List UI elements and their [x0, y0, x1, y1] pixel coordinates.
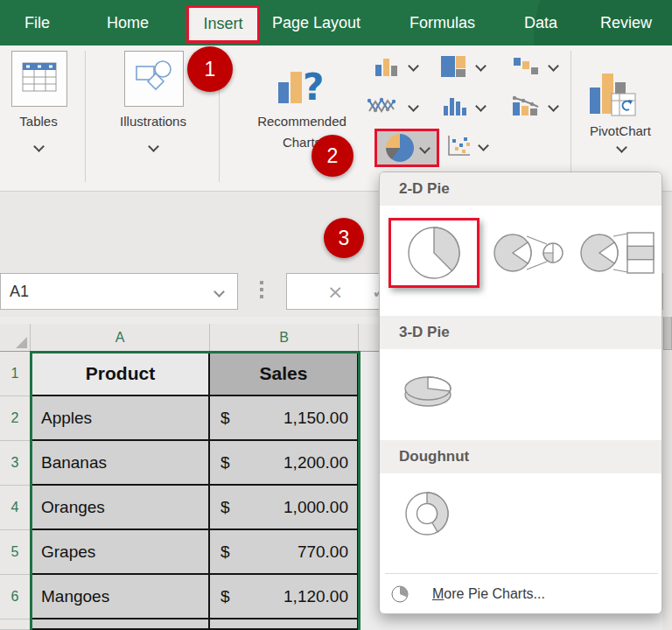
cell-a7[interactable]: [31, 620, 210, 630]
tab-file[interactable]: File: [24, 0, 50, 46]
recommended-charts-icon: ?: [276, 96, 327, 111]
menu-item-doughnut[interactable]: [399, 486, 455, 542]
table-row: 1 Product Sales: [0, 352, 379, 396]
table-row: 2 Apples $1,150.00: [0, 396, 379, 441]
chevron-down-icon[interactable]: [408, 101, 419, 112]
section-header-2d-pie: 2-D Pie: [380, 172, 662, 206]
row-header-5[interactable]: 5: [0, 530, 31, 575]
amount: 770.00: [298, 542, 348, 562]
row-header-7[interactable]: [0, 620, 31, 630]
menu-item-pie-of-pie[interactable]: [488, 218, 576, 288]
chevron-down-icon: [214, 286, 225, 298]
chevron-down-icon: [419, 143, 430, 154]
column-header-row: A B: [0, 324, 379, 352]
cell-a6[interactable]: Mangoes: [31, 575, 210, 620]
cell-b7[interactable]: [210, 620, 359, 630]
insert-statistic-chart-button[interactable]: [442, 95, 468, 120]
cancel-icon[interactable]: ×: [327, 281, 343, 303]
menu-item-bar-of-pie[interactable]: [578, 218, 660, 288]
tables-label: Tables: [5, 114, 72, 129]
recommended-charts-button[interactable]: ?: [276, 60, 327, 112]
pie-chart-dropdown-menu: 2-D Pie: [379, 172, 662, 614]
2d-pie-icon: [405, 224, 463, 282]
row-header-2[interactable]: 2: [0, 396, 31, 441]
cell-b5[interactable]: $770.00: [210, 530, 359, 575]
insert-line-chart-button[interactable]: [367, 94, 396, 121]
doughnut-icon: [403, 490, 451, 537]
tab-formulas[interactable]: Formulas: [410, 0, 475, 46]
pivotchart-button[interactable]: [588, 68, 639, 122]
insert-pie-chart-button-highlighted[interactable]: [374, 129, 439, 167]
select-all-corner[interactable]: [0, 324, 31, 351]
currency-symbol: $: [220, 409, 230, 428]
chevron-down-icon[interactable]: [616, 142, 627, 153]
menu-item-3d-pie[interactable]: [396, 365, 462, 417]
cell-a2[interactable]: Apples: [31, 396, 210, 441]
pie-of-pie-icon: [491, 226, 573, 280]
cell-b4[interactable]: $1,000.00: [210, 486, 359, 530]
cell-b1-sales[interactable]: Sales: [210, 352, 359, 396]
formula-bar-resize-handle[interactable]: [260, 281, 263, 284]
insert-waterfall-chart-button[interactable]: [513, 57, 539, 80]
bar-of-pie-icon: [578, 226, 660, 280]
ribbon-tab-bar: File Home Page Layout Formulas Data Revi…: [0, 0, 672, 46]
row-header-3[interactable]: 3: [0, 441, 31, 486]
recommended-charts-label-line1: Recommended: [236, 114, 368, 129]
insert-column-chart-button[interactable]: [374, 56, 400, 80]
step-badge-1: 1: [187, 46, 233, 92]
currency-symbol: $: [220, 542, 230, 562]
cell-a3[interactable]: Bananas: [31, 441, 210, 486]
cell-b6[interactable]: $1,120.00: [210, 575, 359, 620]
more-pie-charts-label: More Pie Charts...: [432, 586, 545, 602]
name-box[interactable]: A1: [0, 273, 238, 310]
cell-a5[interactable]: Grapes: [31, 530, 210, 575]
currency-symbol: $: [220, 498, 230, 517]
cell-a1-product[interactable]: Product: [31, 352, 210, 396]
group-separator: [570, 51, 571, 182]
tab-home[interactable]: Home: [107, 0, 149, 46]
insert-scatter-chart-button[interactable]: [447, 134, 472, 160]
chevron-down-icon[interactable]: [148, 141, 159, 152]
table-icon: [22, 62, 57, 95]
3d-pie-icon: [401, 371, 457, 411]
more-pie-charts-item[interactable]: More Pie Charts...: [380, 574, 662, 614]
amount: 1,200.00: [284, 453, 348, 472]
cell-b2[interactable]: $1,150.00: [210, 396, 359, 441]
chevron-down-icon[interactable]: [475, 60, 486, 72]
section-header-doughnut: Doughnut: [380, 440, 662, 473]
table-row: 6 Mangoes $1,120.00: [0, 575, 379, 620]
tab-data[interactable]: Data: [524, 0, 557, 46]
amount: 1,120.00: [284, 587, 348, 606]
row-header-4[interactable]: 4: [0, 486, 31, 530]
insert-hierarchy-chart-button[interactable]: [440, 55, 466, 81]
currency-symbol: $: [220, 587, 230, 606]
cell-a4[interactable]: Oranges: [31, 486, 210, 530]
menu-item-2d-pie-highlighted[interactable]: [388, 218, 480, 288]
illustrations-label: Illustrations: [101, 114, 206, 129]
chevron-down-icon[interactable]: [548, 60, 559, 72]
column-header-b[interactable]: B: [210, 324, 359, 351]
tables-button[interactable]: [11, 51, 67, 107]
tab-insert-active-highlighted[interactable]: Insert: [186, 5, 260, 43]
section-header-3d-pie: 3-D Pie: [380, 316, 662, 349]
chevron-down-icon[interactable]: [408, 60, 419, 72]
worksheet-grid: A B 1 Product Sales 2 Apples $1,150.00 3…: [0, 317, 379, 630]
column-header-a[interactable]: A: [31, 324, 210, 351]
row-header-6[interactable]: 6: [0, 575, 31, 620]
table-row-partial: [0, 620, 379, 630]
small-pie-icon: [390, 584, 410, 604]
chevron-down-icon[interactable]: [475, 101, 486, 112]
illustrations-button[interactable]: [124, 51, 184, 107]
insert-combo-chart-button[interactable]: [511, 94, 541, 121]
group-separator: [85, 51, 86, 182]
cell-b3[interactable]: $1,200.00: [210, 441, 359, 486]
chevron-down-icon[interactable]: [33, 141, 45, 152]
tab-review[interactable]: Review: [600, 0, 652, 46]
table-row: 5 Grapes $770.00: [0, 530, 379, 575]
tab-page-layout[interactable]: Page Layout: [272, 0, 360, 46]
pie-chart-icon: [386, 134, 414, 162]
row-header-1[interactable]: 1: [0, 352, 31, 396]
chevron-down-icon[interactable]: [548, 101, 559, 112]
step-badge-3: 3: [324, 218, 364, 258]
chevron-down-icon[interactable]: [478, 140, 489, 151]
